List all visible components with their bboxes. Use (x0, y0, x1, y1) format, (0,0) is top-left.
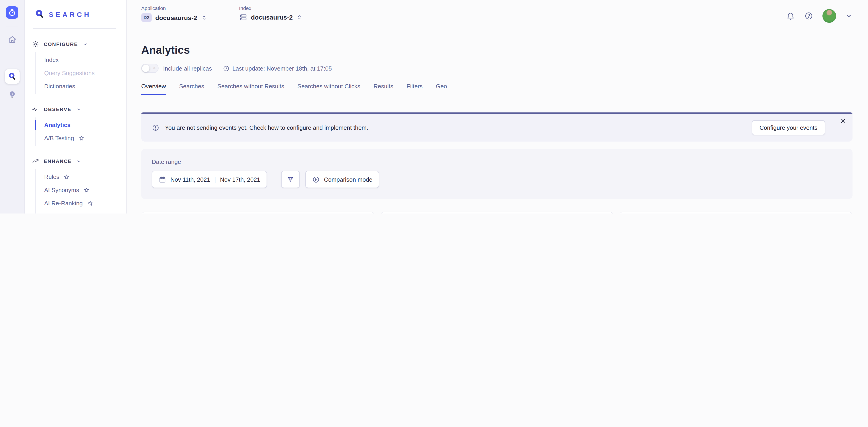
sidebar-section-observe: OBSERVE Analytics A/B Testing (32, 106, 117, 146)
banner-text: You are not sending events yet. Check ho… (165, 124, 368, 131)
index-stack-icon (239, 13, 247, 22)
trending-up-icon (32, 158, 39, 165)
no-results-rate-card: No Results Rate 6.74% (619, 212, 852, 214)
page-meta-row: × Include all replicas Last update: Nove… (141, 64, 852, 73)
play-circle-icon (312, 175, 320, 183)
gear-icon (32, 40, 39, 48)
index-selector-block: Index docusaurus-2 (239, 5, 303, 22)
help-icon[interactable] (804, 11, 813, 21)
clock-icon (223, 65, 230, 72)
section-header-enhance[interactable]: ENHANCE (32, 158, 117, 165)
sidebar-section-configure: CONFIGURE Index Query Suggestions Dictio… (32, 40, 117, 94)
star-icon[interactable] (78, 135, 85, 141)
icon-rail (0, 0, 25, 214)
sidebar-item-index[interactable]: Index (35, 53, 117, 66)
avatar[interactable] (823, 9, 836, 23)
section-header-configure[interactable]: CONFIGURE (32, 40, 117, 48)
section-label: OBSERVE (44, 106, 71, 112)
account-chevron-down-icon[interactable] (845, 12, 852, 20)
sidebar-item-personalization[interactable]: Personalization (35, 210, 117, 214)
replicas-toggle-label: Include all replicas (163, 65, 212, 72)
funnel-icon (287, 175, 294, 183)
comparison-mode-button[interactable]: Comparison mode (305, 171, 379, 188)
section-label: ENHANCE (44, 158, 72, 164)
date-range-button[interactable]: Nov 11th, 2021 | Nov 17th, 2021 (152, 171, 267, 188)
sidebar-item-ai-re-ranking[interactable]: AI Re-Ranking (35, 197, 117, 210)
sidebar-item-analytics[interactable]: Analytics (35, 118, 117, 132)
date-range-panel: Date range Nov 11th, 2021 | Nov 17th, 20… (141, 149, 852, 199)
application-badge: D2 (141, 13, 152, 22)
main-content: Application D2 docusaurus-2 Index docusa… (127, 0, 868, 214)
sidebar-item-query-suggestions[interactable]: Query Suggestions (35, 66, 117, 80)
close-icon[interactable] (840, 118, 846, 126)
chevron-down-icon (83, 41, 88, 47)
metric-cards-row: Total Users 1,148 Total Searches 3,488 3 (141, 212, 852, 214)
tab-geo[interactable]: Geo (436, 83, 447, 95)
chevron-down-icon (76, 158, 82, 164)
topbar: Application D2 docusaurus-2 Index docusa… (141, 0, 852, 32)
sidebar-divider (33, 28, 116, 29)
star-icon[interactable] (64, 174, 70, 180)
pulse-icon (32, 106, 39, 113)
toolbar-divider (274, 173, 274, 185)
star-icon[interactable] (83, 187, 90, 193)
application-label: Application (141, 5, 207, 11)
analytics-dashboard: SEARCH CONFIGURE Index Query Suggestions… (0, 0, 868, 214)
stopwatch-icon (8, 8, 17, 17)
search-icon (7, 72, 17, 81)
star-icon[interactable] (87, 200, 93, 206)
configure-events-button[interactable]: Configure your events (752, 120, 825, 135)
tab-bar: Overview Searches Searches without Resul… (141, 83, 852, 95)
topbar-actions (786, 5, 852, 23)
rail-divider (6, 26, 18, 26)
sidebar-item-rules[interactable]: Rules (35, 170, 117, 184)
sidebar-item-ab-testing[interactable]: A/B Testing (35, 132, 117, 145)
sort-chevrons-icon (201, 14, 207, 21)
date-range-label: Date range (152, 158, 842, 165)
star-icon[interactable] (89, 213, 95, 214)
last-update: Last update: November 18th, at 17:05 (223, 65, 332, 72)
tab-filters[interactable]: Filters (406, 83, 423, 95)
sidebar-item-ai-synonyms[interactable]: AI Synonyms (35, 184, 117, 197)
sidebar: SEARCH CONFIGURE Index Query Suggestions… (25, 0, 127, 214)
sidebar-section-enhance: ENHANCE Rules AI Synonyms AI Re-Ranking … (32, 158, 117, 214)
date-separator: | (214, 176, 216, 183)
brand-logo[interactable]: SEARCH (32, 9, 117, 19)
home-icon[interactable] (7, 35, 17, 44)
chevron-down-icon (76, 106, 81, 112)
search-product-icon[interactable] (5, 69, 19, 84)
toggle-x-icon: × (153, 65, 156, 71)
bell-icon[interactable] (786, 11, 795, 21)
filter-button[interactable] (281, 171, 300, 188)
total-users-card: Total Users 1,148 (141, 212, 374, 214)
application-selector-block: Application D2 docusaurus-2 (141, 5, 207, 22)
sidebar-item-dictionaries[interactable]: Dictionaries (35, 80, 117, 93)
section-header-observe[interactable]: OBSERVE (32, 106, 117, 113)
page-title: Analytics (141, 44, 852, 57)
tab-results[interactable]: Results (374, 83, 394, 95)
index-selector[interactable]: docusaurus-2 (239, 13, 303, 22)
include-replicas-toggle[interactable]: × (141, 64, 159, 73)
section-label: CONFIGURE (44, 41, 78, 47)
total-searches-card: Total Searches 3,488 3 Searches / Users (380, 212, 613, 214)
tab-searches-without-clicks[interactable]: Searches without Clicks (298, 83, 361, 95)
info-icon (152, 124, 159, 132)
calendar-icon (159, 175, 166, 183)
app-logo-icon[interactable] (6, 6, 18, 19)
events-banner: You are not sending events yet. Check ho… (141, 112, 852, 141)
lightbulb-icon[interactable] (7, 90, 17, 101)
sort-chevrons-icon (297, 14, 303, 21)
index-label: Index (239, 5, 303, 11)
tab-searches-without-results[interactable]: Searches without Results (217, 83, 284, 95)
tab-overview[interactable]: Overview (141, 83, 166, 95)
tab-searches[interactable]: Searches (179, 83, 204, 95)
application-selector[interactable]: D2 docusaurus-2 (141, 13, 207, 22)
logo-search-icon (35, 9, 45, 19)
logo-wordmark: SEARCH (49, 10, 91, 18)
